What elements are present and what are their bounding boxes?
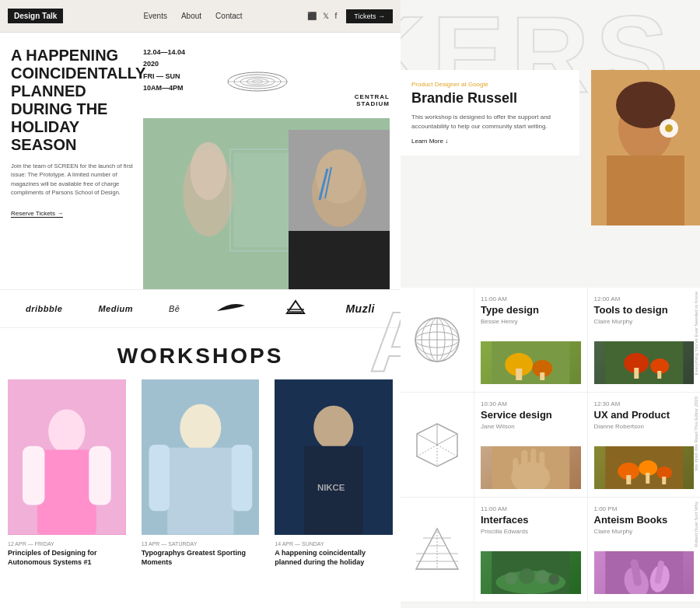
workshop-date-2: 13 APR — SATURDAY: [142, 541, 260, 547]
svg-line-64: [437, 445, 457, 456]
svg-rect-68: [530, 449, 536, 476]
workshop-image-1: [8, 379, 126, 535]
svg-line-63: [417, 445, 437, 456]
svg-point-22: [48, 409, 85, 453]
schedule-img-3a: [481, 551, 581, 594]
vertical-text-1b: Everything You've Ever Needed to Know: [694, 292, 698, 376]
tickets-button[interactable]: Tickets →: [346, 9, 393, 23]
schedule-speaker-3a: Priscilla Edwards: [481, 528, 581, 535]
speaker-photo: [591, 70, 700, 225]
nav-about[interactable]: About: [181, 12, 201, 20]
hero-description: Join the team of SCREEN for the launch o…: [11, 162, 135, 197]
svg-text:NIKCE: NIKCE: [317, 483, 345, 492]
nav-brand[interactable]: Design Talk: [8, 9, 63, 23]
svg-rect-77: [662, 477, 666, 484]
hero-image-area: [143, 118, 390, 289]
svg-rect-69: [539, 452, 544, 475]
schedule-grid: 11:00 AM Type design Bessie Henry Everyt…: [401, 288, 700, 603]
vertical-text-3b: Robert Duet Sort Why: [694, 501, 698, 547]
workshop-person-pink: [8, 379, 126, 535]
hero-section: A HAPPENING COINCIDENTALLY PLANNED DURIN…: [0, 33, 401, 281]
speaker-tag: Product Designer at Google: [411, 81, 569, 88]
brand-behance: Bē: [169, 304, 180, 313]
schedule-img-2a: [481, 446, 581, 489]
workshop-image-2: [142, 379, 260, 535]
schedule-time-1b: 12:00 AM: [594, 295, 695, 302]
svg-rect-55: [634, 368, 639, 379]
speaker-name: Brandie Russell: [411, 91, 569, 107]
workshop-card-1: 12 APR — FRIDAY Principles of Designing …: [0, 379, 134, 567]
schedule-event-2a: Service design: [481, 409, 581, 421]
geo-cube: [401, 393, 474, 497]
workshops-title: WORKSHOPS: [0, 344, 401, 369]
workshops-section: WORKSHOPS 12 APR — FRIDAY Princ: [0, 328, 401, 575]
schedule-event-3a: Interfaces: [481, 514, 581, 526]
svg-point-32: [314, 406, 354, 450]
svg-point-14: [316, 149, 362, 204]
schedule-time-2b: 12:30 AM: [594, 400, 695, 407]
schedule-speaker-1b: Claire Murphy: [594, 318, 695, 325]
schedule-event-3b: Anteism Books: [594, 514, 695, 526]
workshop-desc-3: A happening coincidentally planned durin…: [275, 549, 393, 567]
schedule-speaker-2a: Jane Wilson: [481, 423, 581, 430]
brand-dribbble: dribbble: [26, 304, 62, 313]
person-face-paint: [289, 130, 390, 289]
facebook-icon[interactable]: f: [335, 12, 338, 20]
hero-bg-image: [143, 118, 390, 289]
workshop-date-3: 14 APR — SUNDAY: [275, 541, 393, 547]
schedule-event-1a: Type design: [481, 304, 581, 316]
brand-adidas: [282, 299, 310, 318]
workshop-desc-1: Principles of Designing for Autonomous S…: [8, 549, 126, 567]
schedule-img-2b: [594, 446, 695, 489]
hero-venue: CENTRALSTADIUM: [355, 93, 390, 107]
geo-sphere: [401, 288, 474, 392]
twitter-icon[interactable]: 𝕏: [323, 12, 329, 20]
schedule-speaker-1a: Bessie Henry: [481, 318, 581, 325]
svg-rect-25: [89, 446, 110, 505]
schedule-row-2: 10:30 AM Service design Jane Wilson: [401, 393, 700, 498]
nav-contact[interactable]: Contact: [215, 12, 242, 20]
geo-triangle: [401, 498, 474, 602]
schedule-time-3b: 1:00 PM: [594, 505, 695, 512]
svg-point-89: [535, 570, 549, 584]
schedule-speaker-2b: Dianne Robertson: [594, 423, 695, 430]
reserve-tickets-link[interactable]: Reserve Tickets →: [11, 210, 63, 218]
speaker-learn-more[interactable]: Learn More ↓: [411, 138, 569, 145]
schedule-row-1: 11:00 AM Type design Bessie Henry Everyt…: [401, 288, 700, 393]
svg-point-88: [519, 568, 534, 584]
svg-rect-52: [540, 372, 544, 380]
svg-rect-50: [516, 369, 522, 380]
svg-rect-57: [657, 371, 661, 379]
svg-point-8: [191, 142, 227, 201]
svg-rect-23: [37, 450, 96, 535]
hero-left: A HAPPENING COINCIDENTALLY PLANNED DURIN…: [11, 47, 135, 281]
schedule-event-2b: UX and Product: [594, 409, 695, 421]
vertical-text-2b: We Wish We Read This Editor 2020: [694, 397, 698, 471]
svg-line-61: [437, 434, 457, 445]
nav-events[interactable]: Events: [143, 12, 167, 20]
schedule-time-3a: 11:00 AM: [481, 505, 581, 512]
schedule-img-1b: [594, 341, 695, 384]
svg-point-27: [180, 404, 221, 452]
speaker-panel: Product Designer at Google Brandie Russe…: [401, 70, 579, 155]
svg-point-90: [548, 574, 559, 585]
schedule-time-2a: 10:30 AM: [481, 400, 581, 407]
brands-row: dribbble Medium Bē Muzli: [0, 289, 401, 328]
svg-rect-17: [289, 231, 390, 289]
workshop-date-1: 12 APR — FRIDAY: [8, 541, 126, 547]
schedule-tools-design: Everything You've Ever Needed to Know 12…: [588, 288, 701, 392]
workshop-card-3: NIKCE 14 APR — SUNDAY A happening coinci…: [267, 379, 401, 567]
schedule-img-3b: [594, 551, 695, 594]
svg-rect-75: [646, 473, 649, 484]
schedule-time-1a: 11:00 AM: [481, 295, 581, 302]
schedule-service-design: 10:30 AM Service design Jane Wilson: [474, 393, 588, 497]
nav-links: Events About Contact: [79, 12, 306, 20]
spiral-decoration: [226, 62, 289, 101]
svg-rect-24: [23, 446, 44, 505]
instagram-icon[interactable]: ⬛: [307, 12, 317, 20]
brand-medium: Medium: [98, 304, 133, 313]
nav-socials: ⬛ 𝕏 f: [307, 12, 338, 20]
svg-rect-73: [626, 475, 631, 484]
speaker-bio: This workshop is designed to offer the s…: [411, 113, 569, 131]
workshop-cards: 12 APR — FRIDAY Principles of Designing …: [0, 379, 401, 567]
